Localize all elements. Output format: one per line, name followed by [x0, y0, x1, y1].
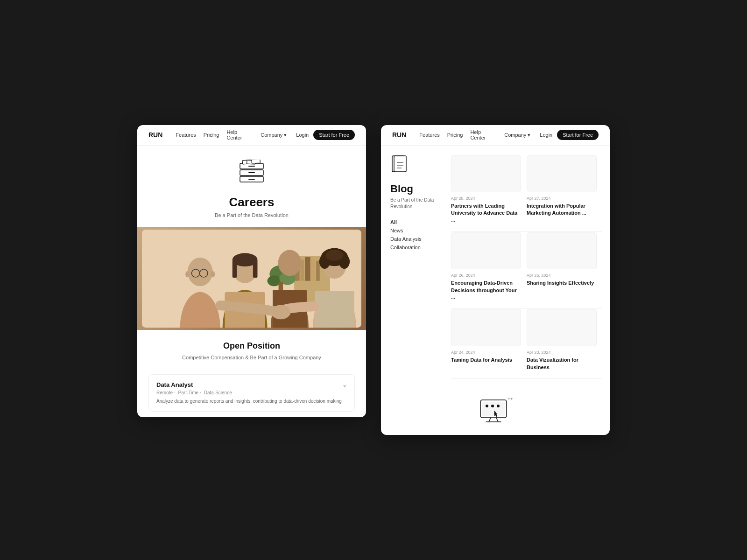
- svg-point-54: [497, 405, 500, 407]
- svg-point-26: [185, 271, 190, 277]
- logo-careers: RUN: [148, 131, 162, 139]
- tv-monitor-icon: [477, 398, 514, 426]
- open-position-title: Open Position: [156, 341, 347, 351]
- screens-container: RUN Features Pricing Help Center Company…: [137, 125, 610, 435]
- chevron-down-icon-blog: ▾: [528, 132, 530, 138]
- careers-screen: RUN Features Pricing Help Center Company…: [137, 125, 366, 418]
- job-tag-parttime: Part-Time: [178, 390, 201, 395]
- job-description: Analyze data to generate reports and ins…: [156, 398, 347, 405]
- nav-blog-help[interactable]: Help Center: [470, 129, 497, 140]
- blog-post-3[interactable]: Apr 26, 2024 Encouraging Data-Driven Dec…: [451, 232, 527, 309]
- nav-actions-blog: Login Start for Free: [540, 130, 599, 140]
- blog-grid: Apr 28, 2024 Partners with Leading Unive…: [451, 155, 610, 379]
- svg-rect-46: [394, 156, 406, 172]
- svg-rect-15: [316, 261, 320, 281]
- careers-subtitle: Be a Part of the Data Revolution: [215, 212, 289, 218]
- blog-post-6[interactable]: Apr 23, 2024 Data Vizualization for Busi…: [527, 309, 602, 379]
- blog-post-image-4: [527, 232, 597, 269]
- blog-post-date-4: Apr 25, 2024: [527, 273, 597, 278]
- svg-rect-14: [311, 259, 316, 281]
- blog-post-image-2: [527, 155, 597, 192]
- blog-screen: RUN Features Pricing Help Center Company…: [381, 125, 610, 435]
- careers-image-inner: [142, 230, 361, 328]
- blog-header-icon: [390, 155, 444, 177]
- nav-links-careers: Features Pricing Help Center Company ▾: [176, 129, 287, 140]
- blog-post-4[interactable]: Apr 25, 2024 Sharing Insights Effectivel…: [527, 232, 602, 309]
- blog-title: Blog: [390, 183, 444, 195]
- blog-post-title-2: Integration with Popular Marketing Autom…: [527, 203, 597, 217]
- cta-button[interactable]: Start for Free: [313, 130, 355, 140]
- svg-rect-51: [482, 402, 505, 416]
- nav-links-blog: Features Pricing Help Center Company ▾: [419, 129, 530, 140]
- svg-point-27: [211, 271, 215, 277]
- filter-collaboration[interactable]: Collaboration: [390, 245, 444, 250]
- careers-hero-image: [137, 227, 366, 330]
- expand-icon[interactable]: ⌄: [342, 382, 347, 388]
- blog-login-button[interactable]: Login: [540, 132, 552, 138]
- job-tag-remote: Remote: [156, 390, 176, 395]
- nav-careers: RUN Features Pricing Help Center Company…: [137, 125, 366, 146]
- job-tag-science: Data-Science: [204, 390, 232, 395]
- blog-subtitle: Be a Part of the Data Revolution: [390, 197, 444, 210]
- login-button[interactable]: Login: [296, 132, 309, 138]
- blog-post-title-5: Taming Data for Analysis: [451, 357, 521, 364]
- blog-post-1[interactable]: Apr 28, 2024 Partners with Leading Unive…: [451, 155, 527, 232]
- blog-post-title-6: Data Vizualization for Business: [527, 357, 597, 371]
- chevron-down-icon: ▾: [284, 132, 287, 138]
- careers-hero: Careers Be a Part of the Data Revolution: [137, 146, 366, 227]
- svg-rect-13: [305, 257, 310, 281]
- blog-post-image-5: [451, 309, 521, 346]
- job-listing[interactable]: Data Analyst ⌄ Remote Part-Time Data-Sci…: [148, 374, 355, 412]
- nav-actions-careers: Login Start for Free: [296, 130, 355, 140]
- blog-post-image-3: [451, 232, 521, 269]
- svg-point-52: [486, 405, 488, 407]
- nav-features[interactable]: Features: [176, 129, 196, 140]
- blog-post-title-4: Sharing Insights Effectively: [527, 280, 597, 287]
- blog-post-date-5: Apr 24, 2024: [451, 350, 521, 355]
- blog-post-date-2: Apr 27, 2024: [527, 196, 597, 201]
- filter-news[interactable]: News: [390, 228, 444, 233]
- blog-post-date-3: Apr 26, 2024: [451, 273, 521, 278]
- svg-rect-8: [252, 160, 260, 163]
- job-tags: Remote Part-Time Data-Science: [156, 390, 347, 395]
- filing-cabinet-icon: [233, 160, 270, 188]
- blog-post-date-6: Apr 23, 2024: [527, 350, 597, 355]
- blog-post-title-3: Encouraging Data-Driven Decisions throug…: [451, 280, 521, 301]
- careers-title: Careers: [229, 195, 275, 210]
- blog-post-image-1: [451, 155, 521, 192]
- nav-blog: RUN Features Pricing Help Center Company…: [381, 125, 610, 146]
- blog-post-5[interactable]: Apr 24, 2024 Taming Data for Analysis: [451, 309, 527, 379]
- nav-blog-company[interactable]: Company ▾: [504, 129, 530, 140]
- blog-filters: All News Data Analysis Collaboration: [390, 219, 444, 250]
- nav-blog-pricing[interactable]: Pricing: [447, 129, 463, 140]
- svg-point-43: [325, 250, 343, 261]
- blog-cta-button[interactable]: Start for Free: [557, 130, 599, 140]
- open-position-section: Open Position Competitive Compensation &…: [137, 330, 366, 369]
- svg-rect-38: [315, 291, 354, 328]
- filter-data-analysis[interactable]: Data Analysis: [390, 236, 444, 242]
- svg-point-53: [491, 405, 494, 407]
- svg-rect-33: [253, 260, 258, 278]
- filter-all[interactable]: All: [390, 219, 444, 225]
- job-title: Data Analyst ⌄: [156, 381, 347, 388]
- blog-content: Blog Be a Part of the Data Revolution Al…: [381, 146, 610, 388]
- nav-help[interactable]: Help Center: [226, 129, 253, 140]
- svg-rect-32: [233, 260, 237, 278]
- blog-bottom: [381, 388, 610, 435]
- logo-blog: RUN: [392, 131, 406, 139]
- nav-company[interactable]: Company ▾: [261, 129, 287, 140]
- blog-post-image-6: [527, 309, 597, 346]
- nav-blog-features[interactable]: Features: [419, 129, 439, 140]
- open-position-subtitle: Competitive Compensation & Be Part of a …: [156, 354, 347, 362]
- blog-post-title-1: Partners with Leading University to Adva…: [451, 203, 521, 224]
- svg-point-44: [271, 305, 290, 320]
- blog-post-2[interactable]: Apr 27, 2024 Integration with Popular Ma…: [527, 155, 602, 232]
- blog-sidebar: Blog Be a Part of the Data Revolution Al…: [390, 155, 451, 379]
- svg-point-36: [278, 250, 302, 276]
- blog-post-date-1: Apr 28, 2024: [451, 196, 521, 201]
- nav-pricing[interactable]: Pricing: [204, 129, 219, 140]
